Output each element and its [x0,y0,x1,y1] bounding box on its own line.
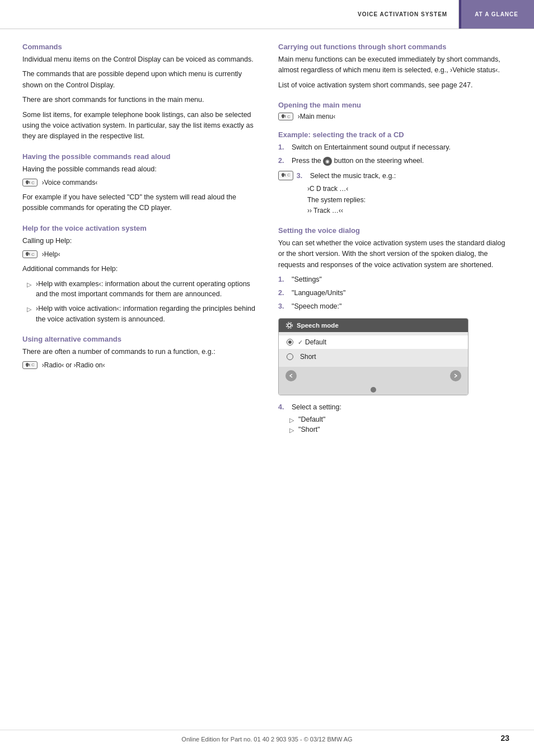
mic-symbol5: 🗣 [281,172,286,180]
sub-arrow-2: ▷ [289,427,294,434]
opening-cmd-text: ›Main menu‹ [298,113,335,120]
example-step-1: 1. Switch on Entertainment sound output … [278,142,512,153]
help-bullet-1-text: ›Help with examples‹: information about … [36,279,256,300]
carrying-section-title: Carrying out functions through short com… [278,43,512,51]
setting-steps-list: 1. "Settings" 2. "Language/Units" 3. "Sp… [278,274,512,311]
right-column: Carrying out functions through short com… [278,43,512,436]
left-column: Commands Individual menu items on the Co… [22,43,256,436]
example-section-title: Example: selecting the track of a CD [278,130,512,139]
setting-step4-text: Select a setting: [292,403,341,411]
speech-dialog-body: ✓ Default Short [279,332,468,367]
setting-section-title: Setting the voice dialog [278,226,512,235]
commands-p3: There are short commands for functions i… [22,95,256,105]
speech-option-default[interactable]: ✓ Default [279,335,468,349]
mic-symbol2: 🗣 [25,251,30,257]
help-section-title: Help for the voice activation system [22,224,256,232]
help-bullet-2: ▷ ›Help with voice activation‹: informat… [22,304,256,325]
help-p2: Additional commands for Help: [22,264,256,274]
speech-mode-dialog: Speech mode ✓ Default Short [278,318,469,395]
setting-step-2: 2. "Language/Units" [278,288,512,298]
page-header: Voice Activation System At a Glance [0,0,534,29]
setting-step-2-text: "Language/Units" [292,288,345,298]
track-cmd-1: ›C D track …‹ [307,184,512,194]
step3-cmd-icon: 🗣 C [278,171,293,181]
example-step-3-indent: ›C D track …‹ The system replies: ›› Tra… [307,184,512,216]
speech-nav-right[interactable] [450,370,461,381]
speech-option-short[interactable]: Short [279,350,468,363]
carrying-p2: List of voice activation system short co… [278,80,512,91]
page-number: 23 [500,734,509,743]
help-cmd-text: ›Help‹ [42,250,60,258]
commands-p4: Some list items, for example telephone b… [22,110,256,142]
help-bullets: ▷ ›Help with examples‹: information abou… [22,279,256,325]
opening-section-title: Opening the main menu [278,101,512,109]
bullet-arrow-2: ▷ [27,305,31,314]
setting-step4: 4. Select a setting: [278,403,512,411]
speech-dialog-titlebar: Speech mode [279,319,468,332]
sub-arrow-1: ▷ [289,417,294,424]
having-p1: Having the possible commands read aloud: [22,164,256,175]
speech-radio-default [287,339,293,346]
help-bullet-1: ▷ ›Help with examples‹: information abou… [22,279,256,300]
speech-option-default-label: Default [305,338,326,346]
using-cmd-icon: 🗣 C [22,361,38,369]
setting-step4-row: 4. Select a setting: [278,403,512,411]
using-p1: There are often a number of commands to … [22,347,256,357]
voice-cmd-icon: 🗣 C [22,179,38,186]
example-step-3-text: Select the music track, e.g.: [310,171,396,181]
example-step-3-row: 🗣 C 3. Select the music track, e.g.: [278,171,512,181]
example-steps-list: 1. Switch on Entertainment sound output … [278,142,512,166]
setting-step-1-text: "Settings" [292,274,322,285]
main-content: Commands Individual menu items on the Co… [0,43,534,436]
setting-step-3: 3. "Speech mode:" [278,301,512,312]
example-step-1-text: Switch on Entertainment sound output if … [292,142,451,153]
setting-sub-1: ▷ "Default" [278,416,512,424]
speech-indicator-dot [371,387,376,393]
using-cmd-box: 🗣 C ›Radio‹ or ›Radio on‹ [22,361,256,369]
speech-dialog-footer [279,367,468,385]
setting-step-3-text: "Speech mode:" [292,301,341,312]
track-cmd-2: ›› Track …‹‹ [307,206,512,216]
setting-step-1: 1. "Settings" [278,274,512,285]
setting-sub-2-text: "Short" [298,426,320,433]
commands-p1: Individual menu items on the Control Dis… [22,54,256,65]
setting-sub-1-text: "Default" [298,416,325,423]
gear-icon [285,321,293,329]
voice-commands-text: ›Voice commands‹ [42,179,97,186]
example-step-2: 2. Press the ◉ button on the steering wh… [278,156,512,166]
mic-symbol3: 🗣 [25,362,30,368]
mic-symbol4: 🗣 [281,114,286,119]
steering-wheel-icon: ◉ [323,157,332,166]
help-cmd-icon: 🗣 C [22,250,38,258]
svg-point-0 [288,324,291,327]
setting-p1: You can set whether the voice activation… [278,238,512,270]
setting-step4-sub-list: ▷ "Default" ▷ "Short" [278,416,512,434]
help-p1: Calling up Help: [22,236,256,246]
commands-section-title: Commands [22,43,256,51]
chevron-left-icon [288,373,294,379]
speech-dialog-title-text: Speech mode [297,322,339,329]
speech-nav-left[interactable] [285,370,297,381]
header-right: At a Glance [459,0,534,29]
header-tab-at-a-glance: At a Glance [459,0,534,29]
commands-p2: The commands that are possible depend up… [22,69,256,91]
speech-radio-short [287,353,293,360]
page-footer: Online Edition for Part no. 01 40 2 903 … [0,730,534,743]
example-step-2-text: Press the ◉ button on the steering wheel… [292,156,424,166]
speech-bottom-indicator [279,385,468,395]
help-cmd-box: 🗣 C ›Help‹ [22,250,256,258]
chevron-right-icon [453,373,458,379]
using-cmd-text: ›Radio‹ or ›Radio on‹ [42,361,105,369]
bullet-arrow-1: ▷ [27,280,31,290]
speech-check-icon: ✓ [298,339,303,346]
opening-cmd-icon: 🗣 C [278,113,293,120]
help-bullet-2-text: ›Help with voice activation‹: informatio… [36,304,256,325]
opening-cmd-box: 🗣 C ›Main menu‹ [278,113,512,120]
carrying-p1: Main menu functions can be executed imme… [278,54,512,76]
footer-text: Online Edition for Part no. 01 40 2 903 … [181,736,352,743]
having-section-title: Having the possible commands read aloud [22,152,256,161]
svg-point-1 [287,323,293,329]
speech-option-short-label: Short [300,353,316,361]
using-section-title: Using alternative commands [22,335,256,343]
mic-symbol: 🗣 [25,180,30,185]
